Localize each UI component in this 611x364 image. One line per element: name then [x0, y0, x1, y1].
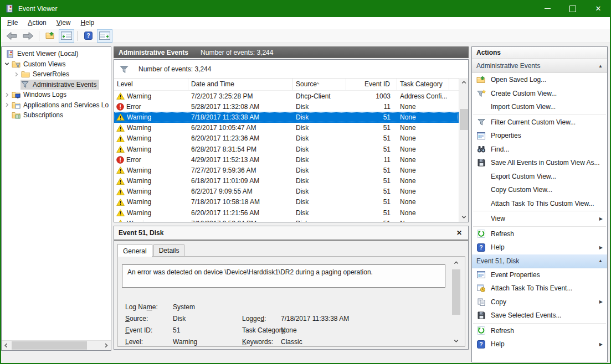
- filter-summary-text: Number of events: 3,244: [138, 65, 211, 73]
- event-row[interactable]: Warning6/18/2017 11:01:09 AMDisk51None: [114, 176, 459, 186]
- maximize-button[interactable]: [560, 0, 586, 17]
- chevron-right-icon[interactable]: [3, 92, 11, 98]
- events-vscroll-thumb[interactable]: [460, 109, 468, 130]
- preview-close-icon[interactable]: ✕: [456, 229, 462, 237]
- event-row[interactable]: Warning7/10/2017 3:59:24 PMDisk51None: [114, 218, 459, 222]
- action-copy-custom-view[interactable]: Copy Custom View...: [472, 183, 607, 197]
- action-export-custom-view[interactable]: Export Custom View...: [472, 170, 607, 184]
- action-save-selected-events[interactable]: Save Selected Events...: [472, 309, 607, 323]
- tree-item-serverroles[interactable]: ServerRoles: [2, 69, 111, 80]
- tab-details[interactable]: Details: [153, 245, 185, 256]
- event-row[interactable]: Warning6/20/2017 11:21:56 AMDisk51None: [114, 207, 459, 218]
- warning-icon: [116, 199, 125, 206]
- actions-separator: [473, 211, 606, 211]
- chevron-right-icon[interactable]: [3, 102, 11, 108]
- console-tree: Event Viewer (Local)Custom ViewsServerRo…: [2, 49, 111, 341]
- properties-icon: [477, 271, 485, 278]
- toolbar-action-pane-toggle-button[interactable]: [97, 29, 112, 43]
- action-help[interactable]: ?Help▶: [472, 337, 607, 351]
- toolbar-back-button[interactable]: [4, 29, 19, 43]
- action-properties[interactable]: Properties: [472, 129, 607, 143]
- refresh-icon: [477, 326, 485, 335]
- field-label-logged: Logged:: [242, 315, 266, 323]
- action-attach-task-to-this-custom-view[interactable]: Attach Task To This Custom View...: [472, 197, 607, 211]
- action-copy[interactable]: Copy▶: [472, 295, 607, 309]
- menu-action[interactable]: Action: [23, 17, 51, 29]
- toolbar-help-button[interactable]: ?: [80, 29, 96, 43]
- column-header-event-id[interactable]: Event ID: [346, 79, 397, 90]
- action-open-saved-log[interactable]: Open Saved Log...: [472, 73, 607, 87]
- results-count: Number of events: 3,244: [201, 49, 273, 56]
- toolbar-export-log-button[interactable]: [42, 29, 58, 43]
- svg-text:?: ?: [479, 341, 482, 347]
- scroll-left-icon[interactable]: [2, 341, 11, 350]
- event-row[interactable]: Warning7/18/2017 10:58:18 AMDisk51None: [114, 197, 459, 207]
- action-find[interactable]: Find...: [472, 143, 607, 157]
- close-button[interactable]: ✕: [586, 0, 611, 17]
- tree-item-event-viewer-local[interactable]: Event Viewer (Local): [2, 49, 111, 59]
- scroll-down-icon[interactable]: [451, 336, 461, 346]
- chevron-right-icon[interactable]: [12, 71, 20, 77]
- preview-vertical-scrollbar[interactable]: [451, 258, 461, 346]
- column-header-stub: [449, 79, 459, 90]
- actions-section-administrative-events[interactable]: Administrative Events▲: [472, 59, 607, 73]
- actions-section-event-51-disk[interactable]: Event 51, Disk▲: [472, 254, 607, 268]
- event-row[interactable]: Warning6/2/2017 10:05:47 AMDisk51None: [114, 123, 459, 133]
- toolbar-console-tree-toggle-button[interactable]: [59, 29, 74, 43]
- event-row[interactable]: Warning7/18/2017 11:33:38 AMDisk51None: [114, 112, 459, 122]
- action-attach-task-to-this-event[interactable]: Attach Task To This Event...: [472, 282, 607, 295]
- toolbar-forward-button[interactable]: [20, 29, 36, 43]
- forward-icon: [22, 32, 34, 40]
- column-header-date-and-time[interactable]: Date and Time: [188, 79, 293, 90]
- tree-item-applications-and-services-lo[interactable]: Applications and Services Lo: [2, 100, 111, 111]
- event-row[interactable]: Error5/28/2017 11:32:08 AMDisk11None: [114, 101, 459, 112]
- scroll-up-icon[interactable]: [451, 258, 461, 268]
- tree-hscroll-thumb[interactable]: [12, 341, 87, 350]
- menu-view[interactable]: View: [52, 17, 76, 29]
- action-event-properties[interactable]: Event Properties: [472, 268, 607, 282]
- tree-horizontal-scrollbar[interactable]: [2, 340, 111, 350]
- warning-icon: [116, 209, 125, 216]
- event-row[interactable]: Warning7/2/2017 3:25:28 PMDhcp-Client100…: [114, 91, 459, 101]
- column-header-source[interactable]: Source: [293, 79, 346, 90]
- export-log-icon: [45, 32, 55, 40]
- tree-item-windows-logs[interactable]: Windows Logs: [2, 90, 111, 100]
- chevron-up-icon[interactable]: ▲: [598, 258, 603, 263]
- action-refresh[interactable]: Refresh: [472, 324, 607, 338]
- scroll-down-icon[interactable]: [459, 212, 469, 222]
- scroll-up-icon[interactable]: [459, 78, 469, 87]
- tab-general[interactable]: General: [117, 244, 152, 257]
- subscriptions-folder-icon: [12, 111, 20, 119]
- action-create-custom-view[interactable]: Create Custom View...: [472, 87, 607, 101]
- event-row[interactable]: Error4/29/2017 11:52:13 AMDisk11None: [114, 154, 459, 165]
- column-header-task-category[interactable]: Task Category: [397, 79, 449, 90]
- tree-item-subscriptions[interactable]: Subscriptions: [2, 110, 111, 121]
- event-row[interactable]: Warning6/28/2017 8:31:54 PMDisk51None: [114, 144, 459, 154]
- action-save-all-events-in-custom-view-as[interactable]: Save All Events in Custom View As...: [472, 156, 607, 170]
- action-view[interactable]: View▶: [472, 212, 607, 226]
- window-border-left: [0, 0, 1, 364]
- event-row[interactable]: Warning7/27/2017 9:59:36 AMDisk51None: [114, 165, 459, 175]
- action-filter-current-custom-view[interactable]: Filter Current Custom View...: [472, 116, 607, 129]
- chevron-up-icon[interactable]: ▲: [598, 64, 603, 69]
- actions-pane: Actions Administrative Events▲Open Saved…: [471, 46, 608, 362]
- menu-help[interactable]: Help: [76, 17, 100, 29]
- scroll-right-icon[interactable]: [101, 341, 111, 350]
- preview-vscroll-thumb[interactable]: [452, 269, 460, 315]
- save-icon: [477, 311, 485, 319]
- custom-views-folder-icon: [12, 60, 20, 68]
- event-row[interactable]: Warning6/2/2017 9:09:55 AMDisk51None: [114, 186, 459, 197]
- chevron-down-icon[interactable]: [3, 61, 11, 67]
- minimize-icon: [545, 8, 551, 9]
- column-header-level[interactable]: Level: [114, 79, 188, 90]
- tree-item-custom-views[interactable]: Custom Views: [2, 59, 111, 70]
- filter-icon: [477, 118, 485, 126]
- event-row[interactable]: Warning6/20/2017 11:23:36 AMDisk51None: [114, 133, 459, 144]
- action-refresh[interactable]: Refresh: [472, 227, 607, 241]
- events-vertical-scrollbar[interactable]: [459, 78, 468, 222]
- minimize-button[interactable]: [535, 0, 560, 17]
- menu-file[interactable]: File: [2, 17, 23, 29]
- action-help[interactable]: ?Help▶: [472, 241, 607, 254]
- tree-item-administrative-events[interactable]: Administrative Events: [2, 80, 111, 90]
- action-import-custom-view[interactable]: Import Custom View...: [472, 100, 607, 114]
